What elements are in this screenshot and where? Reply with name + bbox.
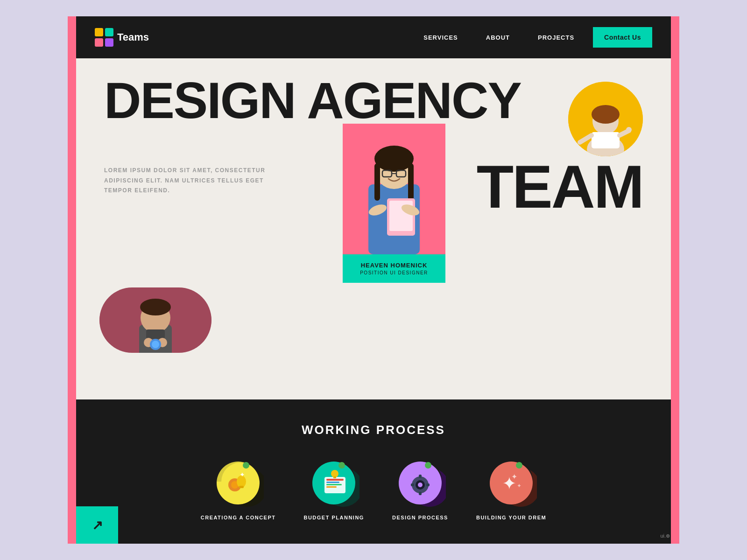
nav-link-services[interactable]: SERVICES [423,34,458,41]
svg-text:✦: ✦ [240,471,245,478]
hero-section: DESIGN AGENCY [76,58,671,399]
working-process-title: WORKING PROCESS [104,423,643,437]
svg-point-51 [425,462,431,469]
navbar: Teams SERVICES ABOUT PROJECTS Contact Us [76,16,671,58]
svg-rect-49 [333,476,336,478]
nav-link-projects[interactable]: PROJECTS [538,34,574,41]
logo-area: Teams [95,28,149,47]
svg-rect-46 [326,484,342,485]
svg-rect-39 [239,486,244,488]
svg-rect-16 [374,163,380,201]
svg-rect-0 [95,28,103,36]
svg-rect-44 [326,479,344,481]
person-card-center: HEAVEN HOMENICK POSITION UI DESIGNER [343,124,445,283]
process-item-building: ✦ ✦ ✦ BUILDING YOUR DREM [476,456,546,520]
logo-icon [95,28,113,47]
person-card-image [343,124,445,254]
svg-rect-17 [408,163,414,201]
process-icon-budget-wrap [308,456,359,507]
process-icon-budget-svg [308,456,359,507]
person-card-svg [343,124,445,254]
svg-rect-56 [419,492,422,495]
svg-point-33 [152,341,159,348]
main-container: Teams SERVICES ABOUT PROJECTS Contact Us… [76,16,671,544]
svg-point-28 [140,299,171,315]
process-item-budget: BUDGET PLANNING [303,456,364,520]
process-label-design: DESIGN PROCESS [392,515,448,520]
svg-point-7 [592,105,620,124]
pink-bar-left [68,16,76,544]
teal-arrow-button[interactable]: ↗ [76,506,118,544]
svg-point-11 [626,127,632,133]
process-label-budget: BUDGET PLANNING [303,515,364,520]
watermark: ui.⊕ [660,533,670,539]
svg-rect-1 [105,28,113,36]
nav-link-about[interactable]: ABOUT [486,34,510,41]
hero-title-block: DESIGN AGENCY [104,77,521,123]
nav-links: SERVICES ABOUT PROJECTS [423,34,574,41]
process-label-concept: CREATIONG A CONCEPT [201,515,276,520]
svg-rect-29 [146,329,165,339]
logo-text: Teams [117,31,149,43]
process-item-concept: ✦ CREATIONG A CONCEPT [201,456,276,520]
svg-point-35 [243,462,249,469]
process-icon-building-wrap: ✦ ✦ ✦ [486,456,537,507]
svg-rect-47 [326,486,337,488]
pink-bar-right [671,16,679,544]
person-oval-left [99,287,211,353]
hero-team-text: TEAM [477,152,643,222]
svg-rect-58 [426,483,430,486]
process-label-building: BUILDING YOUR DREM [476,515,546,520]
svg-point-48 [331,470,338,477]
contact-button[interactable]: Contact Us [593,27,652,48]
svg-text:✦: ✦ [517,483,521,489]
svg-point-60 [516,462,522,469]
person-name: HEAVEN HOMENICK [352,262,436,269]
svg-rect-3 [105,38,113,47]
svg-point-15 [374,146,414,172]
svg-rect-8 [592,132,620,148]
hero-title-line1: DESIGN AGENCY [104,77,521,123]
process-icon-design-svg [395,456,446,507]
svg-rect-55 [419,475,422,478]
process-item-design: DESIGN PROCESS [392,456,448,520]
svg-point-42 [338,462,345,469]
avatar-woman-svg [568,82,643,156]
process-icon-design-wrap [395,456,446,507]
hero-desc-text: LOREM IPSUM DOLOR SIT AMET, CONSECTETURA… [104,167,265,194]
svg-text:✦: ✦ [511,473,517,481]
working-section: WORKING PROCESS [76,399,671,544]
person-role: POSITION UI DESIGNER [352,270,436,275]
avatar-circle-top [568,82,643,156]
person-oval-svg [99,287,211,353]
arrow-icon: ↗ [92,518,103,533]
hero-description: LOREM IPSUM DOLOR SIT AMET, CONSECTETURA… [104,166,282,196]
svg-point-54 [418,483,423,487]
svg-rect-2 [95,38,103,47]
person-card-name-tag: HEAVEN HOMENICK POSITION UI DESIGNER [343,254,445,283]
svg-rect-45 [326,482,339,483]
process-icon-building-svg: ✦ ✦ ✦ [486,456,537,507]
process-grid: ✦ CREATIONG A CONCEPT [104,456,643,520]
process-icon-concept-wrap: ✦ [212,456,264,507]
process-icon-concept-svg: ✦ [212,456,264,507]
svg-rect-57 [411,483,414,486]
